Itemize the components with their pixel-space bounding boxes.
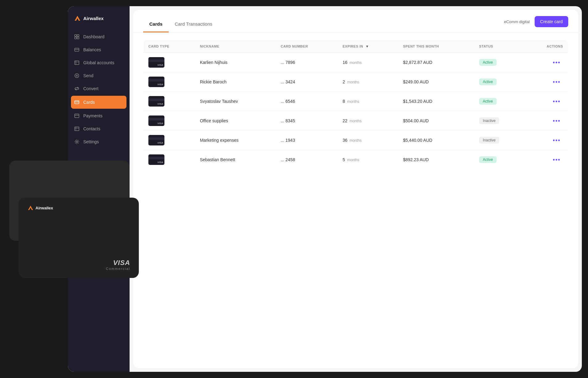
settings-icon — [74, 139, 80, 145]
table-row: VISA Karlien Nijhuis ... 7896 16 months … — [143, 53, 568, 72]
sidebar-item-global-accounts[interactable]: Global accounts — [68, 56, 130, 69]
tab-cards[interactable]: Cards — [143, 16, 169, 32]
status-cell: Inactive — [474, 131, 524, 150]
tab-group: Cards Card Transactions — [143, 16, 218, 32]
actions-button[interactable]: ••• — [550, 155, 563, 164]
convert-icon — [74, 86, 80, 91]
expires-cell: 8 months — [337, 92, 398, 111]
actions-button[interactable]: ••• — [550, 58, 563, 67]
dashboard-icon — [74, 34, 80, 40]
card-thumbnail: VISA — [148, 77, 164, 87]
sidebar-item-cards[interactable]: Cards — [71, 96, 126, 109]
card-number-cell: ... 7896 — [276, 53, 338, 72]
card-number-cell: ... 8345 — [276, 111, 338, 131]
spent-cell: $504.00 AUD — [398, 111, 474, 131]
sidebar-label-convert: Convert — [83, 86, 98, 91]
card-thumbnail: VISA — [148, 116, 164, 126]
svg-point-9 — [75, 74, 79, 78]
svg-point-10 — [76, 75, 77, 76]
card-type-cell: VISA — [143, 92, 195, 111]
svg-rect-1 — [77, 35, 79, 36]
card-type-cell: VISA — [143, 72, 195, 92]
spent-cell: $1,543.20 AUD — [398, 92, 474, 111]
global-accounts-icon — [74, 60, 80, 65]
nickname-cell: Rickie Baroch — [195, 72, 276, 92]
actions-button[interactable]: ••• — [550, 116, 563, 125]
sidebar-label-global-accounts: Global accounts — [83, 60, 114, 65]
cards-table: CARD TYPE NICKNAME CARD NUMBER EXPIRES I… — [143, 40, 568, 170]
sidebar-item-dashboard[interactable]: Dashboard — [68, 30, 130, 43]
sidebar-item-contacts[interactable]: Contacts — [68, 122, 130, 135]
card-type-cell: VISA — [143, 150, 195, 170]
status-cell: Active — [474, 53, 524, 72]
nickname-cell: Svyatoslav Taushev — [195, 92, 276, 111]
sidebar-label-balances: Balances — [83, 47, 101, 52]
sidebar-logo: Airwallex — [68, 12, 130, 30]
nickname-cell: Office supplies — [195, 111, 276, 131]
content-area: Cards Card Transactions eComm digital Cr… — [133, 10, 578, 368]
col-expires-in[interactable]: EXPIRES IN ▼ — [337, 40, 398, 53]
actions-button[interactable]: ••• — [550, 97, 563, 106]
svg-rect-13 — [75, 114, 79, 118]
sidebar-item-balances[interactable]: Balances — [68, 43, 130, 56]
header-right: eComm digital Create card — [504, 16, 568, 32]
actions-button[interactable]: ••• — [550, 136, 563, 145]
card-type-cell: VISA — [143, 111, 195, 131]
status-badge: Inactive — [479, 117, 499, 124]
nickname-cell: Marketing expenses — [195, 131, 276, 150]
sidebar-label-cards: Cards — [83, 100, 95, 105]
content-header: Cards Card Transactions eComm digital Cr… — [133, 10, 578, 32]
send-icon — [74, 73, 80, 78]
visa-label: VISA Commercial — [27, 259, 130, 271]
card-number-cell: ... 6546 — [276, 92, 338, 111]
sort-icon: ▼ — [366, 44, 369, 48]
sidebar-item-send[interactable]: Send — [68, 69, 130, 82]
brand-name: Airwallex — [83, 16, 104, 21]
sidebar-item-convert[interactable]: Convert — [68, 82, 130, 95]
sidebar-item-settings[interactable]: Settings — [68, 135, 130, 148]
actions-cell: ••• — [524, 53, 568, 72]
card-thumbnail: VISA — [148, 96, 164, 107]
nickname-cell: Sebastian Bennett — [195, 150, 276, 170]
sidebar-item-payments[interactable]: Payments — [68, 109, 130, 122]
status-badge: Active — [479, 59, 497, 66]
col-status: STATUS — [474, 40, 524, 53]
table-row: VISA Svyatoslav Taushev ... 6546 8 month… — [143, 92, 568, 111]
table-container: CARD TYPE NICKNAME CARD NUMBER EXPIRES I… — [133, 32, 578, 368]
status-cell: Active — [474, 150, 524, 170]
spent-cell: $249.00 AUD — [398, 72, 474, 92]
card-thumbnail: VISA — [148, 57, 164, 68]
expires-cell: 16 months — [337, 53, 398, 72]
create-card-button[interactable]: Create card — [535, 16, 568, 27]
table-row: VISA Marketing expenses ... 1943 36 mont… — [143, 131, 568, 150]
status-badge: Active — [479, 156, 497, 163]
card-thumbnail: VISA — [148, 154, 164, 165]
balances-icon — [74, 47, 80, 52]
actions-button[interactable]: ••• — [550, 78, 563, 86]
actions-cell: ••• — [524, 92, 568, 111]
spent-cell: $5,440.00 AUD — [398, 131, 474, 150]
table-header-row: CARD TYPE NICKNAME CARD NUMBER EXPIRES I… — [143, 40, 568, 53]
sidebar-label-payments: Payments — [83, 113, 102, 118]
spent-cell: $2,872.87 AUD — [398, 53, 474, 72]
status-badge: Inactive — [479, 137, 499, 144]
table-row: VISA Office supplies ... 8345 22 months … — [143, 111, 568, 131]
col-actions: ACTIONS — [524, 40, 568, 53]
sidebar-label-contacts: Contacts — [83, 126, 100, 131]
card-type-cell: VISA — [143, 131, 195, 150]
expires-cell: 22 months — [337, 111, 398, 131]
expires-cell: 5 months — [337, 150, 398, 170]
col-card-number: CARD NUMBER — [276, 40, 338, 53]
tab-card-transactions[interactable]: Card Transactions — [169, 16, 219, 32]
svg-rect-4 — [75, 48, 79, 51]
contacts-icon — [74, 126, 80, 132]
col-nickname: NICKNAME — [195, 40, 276, 53]
card-number-cell: ... 1943 — [276, 131, 338, 150]
actions-cell: ••• — [524, 150, 568, 170]
svg-rect-2 — [75, 37, 77, 39]
svg-rect-14 — [75, 127, 79, 131]
status-cell: Active — [474, 92, 524, 111]
sidebar-label-send: Send — [83, 73, 93, 78]
card-type-cell: VISA — [143, 53, 195, 72]
sidebar-label-settings: Settings — [83, 139, 99, 144]
